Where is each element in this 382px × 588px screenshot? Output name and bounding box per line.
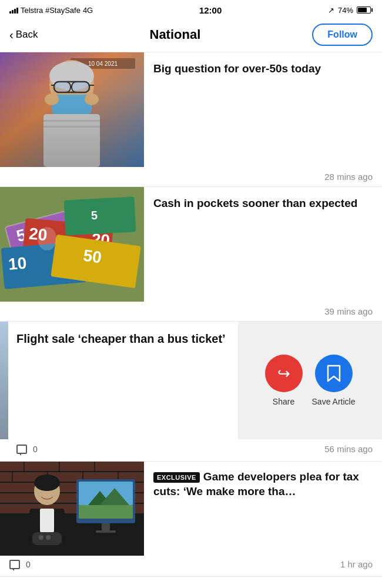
article-4-comment-count: 0 xyxy=(26,560,31,569)
comment-icon xyxy=(16,445,27,454)
article-3-meta: 0 56 mins ago xyxy=(0,439,382,461)
article-3-content: Flight sale ‘cheaper than a bus ticket’ xyxy=(8,322,238,439)
back-label: Back xyxy=(16,29,38,41)
save-article-action-button[interactable]: Save Article xyxy=(312,355,356,406)
article-4-time: 1 hr ago xyxy=(31,559,373,569)
back-button[interactable]: ‹ Back xyxy=(9,28,38,42)
list-item[interactable]: 10 04 2021 xyxy=(0,52,382,187)
svg-point-58 xyxy=(39,535,43,540)
back-chevron-icon: ‹ xyxy=(9,28,14,42)
article-1-content: Big question for over-50s today xyxy=(144,52,382,167)
article-3-title: Flight sale ‘cheaper than a bus ticket’ xyxy=(16,331,229,346)
swipe-action-panel: ↪ Share Save Article xyxy=(238,322,382,439)
save-circle xyxy=(315,355,353,392)
article-4-image xyxy=(0,462,144,556)
svg-point-59 xyxy=(46,535,51,540)
article-4-comments[interactable]: 0 xyxy=(9,560,31,569)
article-2-title: Cash in pockets sooner than expected xyxy=(153,196,373,211)
svg-rect-36 xyxy=(24,462,25,471)
svg-point-12 xyxy=(85,93,99,105)
article-list: 10 04 2021 xyxy=(0,52,382,577)
article-2-image: 5 20 20 10 xyxy=(0,187,144,302)
svg-text:10 04 2021: 10 04 2021 xyxy=(88,61,118,67)
svg-point-56 xyxy=(59,520,76,532)
svg-rect-27 xyxy=(63,196,136,235)
article-3-comment-count: 0 xyxy=(33,445,38,454)
article-4-meta: 0 1 hr ago xyxy=(0,556,382,576)
carrier-label: Telstra #StaySafe xyxy=(21,6,81,15)
follow-button[interactable]: Follow xyxy=(312,24,373,46)
article-2-time: 39 mins ago xyxy=(9,306,373,316)
exclusive-badge: EXCLUSIVE xyxy=(153,472,200,483)
svg-text:5: 5 xyxy=(91,209,98,222)
bookmark-icon xyxy=(326,365,342,382)
svg-point-29 xyxy=(38,227,56,250)
status-right: ↗ 74% xyxy=(328,6,373,15)
status-left: Telstra #StaySafe 4G xyxy=(9,6,93,15)
svg-rect-13 xyxy=(43,114,100,167)
svg-rect-46 xyxy=(79,505,133,519)
share-label: Share xyxy=(273,397,294,406)
article-3-comments[interactable]: 0 xyxy=(16,445,38,454)
signal-icon xyxy=(9,6,18,14)
svg-rect-10 xyxy=(52,95,92,115)
page-title: National xyxy=(150,27,201,42)
network-label: 4G xyxy=(83,6,93,15)
list-item[interactable]: EXCLUSIVEGame developers plea for tax cu… xyxy=(0,462,382,577)
article-4-title: EXCLUSIVEGame developers plea for tax cu… xyxy=(153,470,373,499)
svg-point-55 xyxy=(18,520,35,532)
svg-rect-49 xyxy=(102,523,110,530)
comment-icon xyxy=(9,560,20,569)
svg-rect-31 xyxy=(0,462,144,471)
svg-rect-54 xyxy=(40,509,54,532)
clock: 12:00 xyxy=(199,5,222,15)
svg-rect-15 xyxy=(43,126,100,128)
svg-rect-14 xyxy=(43,120,100,122)
svg-text:10: 10 xyxy=(8,253,28,273)
svg-rect-39 xyxy=(12,472,13,482)
article-2-meta: 39 mins ago xyxy=(0,302,382,321)
svg-rect-7 xyxy=(72,82,89,92)
svg-rect-37 xyxy=(59,462,60,471)
article-4-content: EXCLUSIVEGame developers plea for tax cu… xyxy=(144,462,382,556)
share-action-button[interactable]: ↪ Share xyxy=(265,355,303,406)
list-item[interactable]: Flight sale ‘cheaper than a bus ticket’ … xyxy=(0,322,382,462)
article-3-image-partial xyxy=(0,322,8,439)
svg-point-52 xyxy=(34,475,60,491)
article-1-meta: 28 mins ago xyxy=(0,167,382,186)
article-3-time: 56 mins ago xyxy=(38,444,373,454)
location-icon: ↗ xyxy=(328,6,334,15)
svg-rect-38 xyxy=(94,462,95,471)
save-article-label: Save Article xyxy=(312,397,356,406)
status-bar: Telstra #StaySafe 4G 12:00 ↗ 74% xyxy=(0,0,382,19)
share-icon: ↪ xyxy=(277,365,290,383)
article-1-image: 10 04 2021 xyxy=(0,52,144,167)
nav-bar: ‹ Back National Follow xyxy=(0,19,382,52)
article-1-time: 28 mins ago xyxy=(9,172,373,182)
list-item[interactable]: 5 20 20 10 xyxy=(0,187,382,322)
article-1-title: Big question for over-50s today xyxy=(153,62,373,76)
svg-point-11 xyxy=(45,93,59,105)
article-2-content: Cash in pockets sooner than expected xyxy=(144,187,382,302)
svg-text:50: 50 xyxy=(82,246,103,266)
svg-rect-50 xyxy=(96,530,116,533)
svg-rect-6 xyxy=(54,82,71,92)
battery-icon xyxy=(357,6,373,14)
article-3-main: Flight sale ‘cheaper than a bus ticket’ … xyxy=(0,322,382,439)
battery-percent: 74% xyxy=(338,6,353,15)
share-circle: ↪ xyxy=(265,355,303,392)
